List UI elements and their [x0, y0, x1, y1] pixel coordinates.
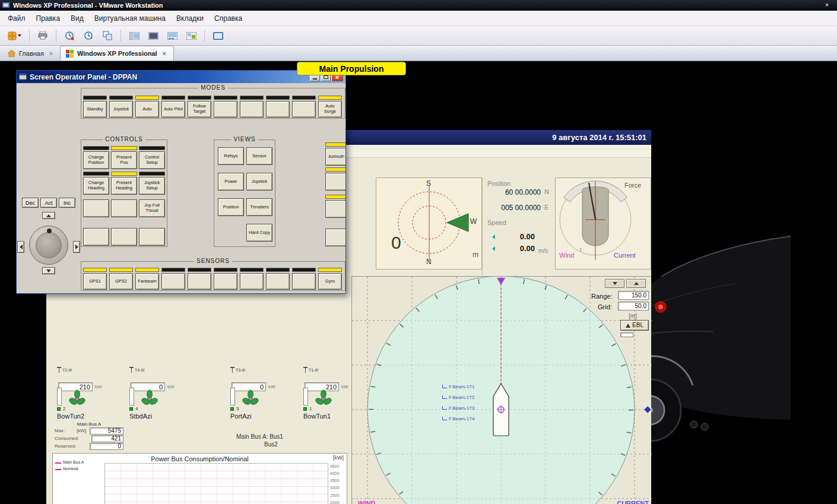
mode-button[interactable] — [292, 101, 316, 118]
snapshot-manager-icon — [103, 31, 112, 40]
control-button[interactable] — [139, 228, 165, 246]
plot-zoom-out-button[interactable] — [605, 279, 624, 288]
main-bus-row-label: Consumed: — [55, 436, 79, 441]
vm-display: K-Pos DP 9 августа 2014 г. 15:51:01 Syst… — [0, 61, 837, 504]
side-button[interactable] — [325, 200, 346, 218]
mode-cell: Follow Target — [188, 96, 211, 118]
show-library-button[interactable] — [125, 28, 143, 43]
stepper-button[interactable]: Act — [40, 198, 57, 208]
control-button[interactable] — [111, 199, 137, 217]
menu-item[interactable]: Справка — [209, 12, 248, 25]
joystick-knob[interactable] — [29, 226, 68, 265]
joystick-right-button[interactable] — [73, 241, 80, 253]
mode-button[interactable]: Follow Target — [188, 101, 211, 118]
joystick-down-button[interactable] — [42, 267, 55, 274]
mode-cell: Auto Surge — [318, 96, 342, 118]
wind-tag: 1 — [579, 247, 582, 252]
fullscreen-icon — [213, 32, 223, 40]
joystick-left-button[interactable] — [17, 241, 24, 253]
control-button[interactable]: Change Position — [83, 151, 109, 169]
revert-snapshot-button[interactable] — [80, 28, 97, 43]
take-snapshot-button[interactable] — [61, 28, 78, 43]
control-button[interactable]: Joy Full Thrust — [139, 199, 165, 217]
sensor-cell — [240, 268, 264, 290]
manage-snapshots-button[interactable] — [99, 28, 116, 43]
view-button[interactable]: Joystick — [246, 173, 272, 191]
window-close-button[interactable]: × — [820, 1, 833, 9]
mode-button[interactable] — [214, 101, 237, 118]
mode-button[interactable] — [266, 101, 290, 118]
y-tick-label: 2000 — [330, 500, 347, 504]
vm-power-menu-button[interactable] — [4, 28, 25, 43]
fullscreen-button[interactable] — [209, 28, 227, 43]
mode-button[interactable]: Standby — [83, 101, 107, 118]
side-button[interactable]: Azimuth S — [325, 148, 346, 166]
view-button[interactable]: Position — [218, 198, 244, 216]
power-chart-panel: Power Bus Consumption/Nominal [kW] Main … — [52, 453, 347, 504]
sensor-button[interactable] — [292, 273, 316, 290]
controls-bottom-buttons: Joy Full Thrust — [83, 199, 167, 246]
side-indicator — [325, 167, 346, 172]
view-button[interactable]: Thrusters — [246, 198, 272, 216]
view-button[interactable]: Refsys — [218, 147, 244, 165]
menu-item[interactable]: Файл — [2, 12, 31, 25]
control-button[interactable] — [83, 228, 109, 246]
sensor-button[interactable]: GPS1 — [83, 273, 107, 290]
sensor-button[interactable] — [188, 273, 211, 290]
sensor-button[interactable]: Fanbeam — [135, 273, 159, 290]
position-plot — [352, 277, 652, 504]
dialog-titlebar[interactable]: Screen Operator Panel - DPPAN — [17, 71, 345, 83]
mode-button[interactable] — [240, 101, 264, 118]
control-button[interactable]: Present Heading — [111, 177, 137, 195]
mode-button[interactable]: Auto — [135, 101, 159, 118]
sensor-button[interactable] — [240, 273, 264, 290]
view-button[interactable]: Sensor — [246, 147, 272, 165]
ebl-button[interactable]: EBL — [620, 320, 649, 331]
thumbnail-view-button[interactable] — [163, 28, 181, 43]
sensor-button[interactable] — [266, 273, 290, 290]
speed-title: Speed — [487, 219, 506, 226]
control-button[interactable] — [111, 228, 137, 246]
tab-home[interactable]: Главная — [2, 46, 60, 61]
menu-item[interactable]: Вид — [65, 12, 89, 25]
mode-button[interactable]: Auto Pilot — [161, 101, 185, 118]
console-view-button[interactable] — [144, 28, 162, 43]
control-button[interactable]: Present Pos — [111, 151, 137, 169]
control-button[interactable]: Change Heading — [83, 177, 109, 195]
view-button[interactable]: Hard Copy — [246, 224, 272, 242]
side-button[interactable] — [325, 229, 346, 246]
mode-button[interactable]: Joystick — [109, 101, 133, 118]
control-button[interactable]: Joystick Setup — [139, 177, 165, 195]
joystick-up-button[interactable] — [42, 212, 55, 219]
menu-item[interactable]: Вкладки — [171, 12, 209, 25]
compass-unit-label: m — [473, 251, 478, 259]
compass-right-label: W — [470, 217, 477, 226]
stepper-button[interactable]: Inc — [59, 198, 75, 208]
sensor-button[interactable] — [161, 273, 185, 290]
tab-close-icon[interactable] — [161, 50, 168, 57]
mode-button[interactable]: Auto Surge — [318, 101, 342, 118]
tab-vm-winxp[interactable]: Windows XP Professional — [60, 46, 174, 61]
thruster-name: BowTun2 — [57, 413, 116, 420]
propeller-icon — [140, 389, 159, 408]
control-button[interactable]: Control Setup — [139, 151, 165, 169]
wind-readout-title: WIND — [358, 500, 375, 504]
sensor-button[interactable] — [214, 273, 237, 290]
menu-item[interactable]: Правка — [31, 12, 66, 25]
speed-unit-label: m/s — [538, 248, 548, 254]
stepper-button[interactable]: Dec — [22, 198, 39, 208]
unity-view-button[interactable] — [182, 28, 200, 43]
main-propulsion-banner[interactable]: Main Propulsion — [297, 62, 406, 75]
tab-close-icon[interactable] — [47, 50, 55, 57]
thruster-group: T2-9! 210 kW 2 BowTun2 — [53, 367, 120, 424]
mode-cell: Standby — [83, 96, 107, 118]
print-button[interactable] — [34, 28, 52, 43]
sensor-button[interactable]: Gyro — [318, 273, 342, 290]
sensor-button[interactable]: GPS2 — [109, 273, 133, 290]
control-button[interactable] — [83, 199, 109, 217]
view-button[interactable]: Power — [218, 173, 244, 191]
side-button[interactable] — [325, 173, 346, 191]
y-tick-label: 4000 — [330, 471, 347, 476]
plot-zoom-in-button[interactable] — [626, 279, 646, 288]
menu-item[interactable]: Виртуальная машина — [89, 12, 171, 25]
